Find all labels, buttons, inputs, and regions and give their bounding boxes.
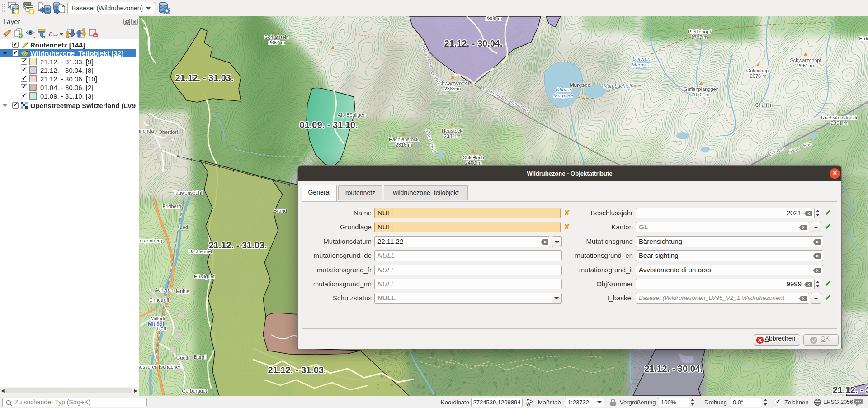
svg-text:Tagwensbühl: Tagwensbühl [173,190,202,195]
svg-text:ε: ε [49,28,52,38]
svg-text:Mitlödi: Mitlödi [148,321,164,327]
svg-text:Rietlichopf: Rietlichopf [688,29,711,34]
svg-text:21.12. - 31.03.: 21.12. - 31.03. [209,240,267,250]
svg-text:21.12. - 31.03.: 21.12. - 31.03. [268,365,326,375]
svg-text:Oberdorf: Oberdorf [158,129,178,135]
svg-text:Uschenriet: Uschenriet [189,249,212,254]
svg-text:Murgsee: Murgsee [570,82,590,88]
svg-text:21.12. - 3: 21.12. - 3 [833,385,868,395]
svg-text:2076 m: 2076 m [750,73,767,79]
svg-text:Äusserer Tschachen: Äusserer Tschachen [139,364,182,370]
svg-text:Ruchsitenstöckli: Ruchsitenstöckli [821,115,857,120]
svg-text:Unteren: Unteren [632,56,650,62]
svg-text:1902 m: 1902 m [693,92,710,97]
svg-text:2306 m: 2306 m [486,16,502,21]
svg-text:Chli Höch: Chli Höch [462,155,484,160]
svg-text:Gerberguet: Gerberguet [182,388,207,394]
svg-text:21.12. - 31.03.: 21.12. - 31.03. [175,73,234,83]
svg-text:Brand: Brand [274,208,287,213]
svg-text:Guflenplanggen: Guflenplanggen [684,86,719,92]
svg-text:Goldichopf: Goldichopf [746,68,771,73]
svg-text:Oberer: Oberer [556,87,572,92]
svg-text:Mühle: Mühle [176,289,189,294]
svg-text:Fridberg: Fridberg [163,204,181,209]
svg-text:Bürgli: Bürgli [194,354,207,360]
svg-text:Alp Bögligen: Alp Bögligen [338,112,366,118]
svg-text:1707 m: 1707 m [691,34,708,40]
svg-text:2385 m: 2385 m [444,86,461,91]
svg-text:Hachlenstock: Hachlenstock [389,137,419,142]
svg-text:Mitlödi: Mitlödi [151,316,165,321]
svg-text:2657 m: 2657 m [269,40,285,45]
svg-text:Chamm: Chamm [755,102,773,108]
svg-text:Schwarzchopf: Schwarzchopf [790,57,821,63]
svg-text:nnenda: nnenda [139,128,154,133]
svg-text:Murgsee: Murgsee [632,62,651,67]
svg-text:21.12. - 30.04.: 21.12. - 30.04. [444,38,503,48]
svg-text:01.09. - 31.10.: 01.09. - 31.10. [300,120,358,130]
svg-text:21.12. - 30.04.: 21.12. - 30.04. [645,364,703,374]
svg-text:Güetli: Güetli [176,355,189,361]
svg-text:Heustock: Heustock [442,128,462,133]
svg-text:2316 m: 2316 m [396,142,412,147]
svg-text:Murgbachfall: Murgbachfall [604,83,632,89]
svg-text:Acheren: Acheren [155,287,174,293]
svg-text:Erdis: Erdis [859,36,868,41]
svg-text:Ennetrufi: Ennetrufi [149,297,169,303]
svg-text:Horgenberg: Horgenberg [139,238,162,243]
svg-text:2051 m: 2051 m [797,63,814,68]
svg-text:2351 m: 2351 m [831,120,848,126]
svg-text:Hüsliguet: Hüsliguet [194,274,215,279]
svg-text:Murgsee: Murgsee [554,93,573,98]
svg-text:Ledi: Ledi [180,224,189,230]
svg-text:2384 m: 2384 m [444,133,461,139]
svg-text:Schlafstein: Schlafstein [264,34,289,40]
